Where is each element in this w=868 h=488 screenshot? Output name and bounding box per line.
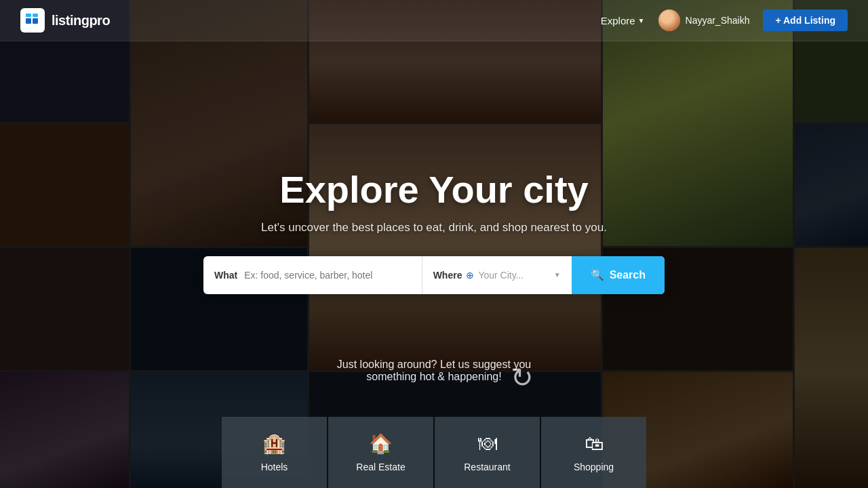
logo-icon (20, 8, 45, 33)
explore-button[interactable]: Explore ▼ (601, 15, 645, 26)
chevron-down-icon: ▼ (638, 17, 645, 24)
category-item-real-estate[interactable]: 🏠 Real Estate (328, 417, 433, 488)
add-listing-button[interactable]: + Add Listing (763, 9, 848, 31)
shopping-icon: 🛍 (585, 432, 604, 455)
restaurant-icon: 🍽 (478, 432, 497, 455)
search-icon: 🔍 (591, 268, 604, 281)
logo: listingpro (20, 8, 110, 33)
search-button-label: Search (610, 269, 646, 281)
suggest-line1: Just looking around? Let us suggest you (337, 359, 531, 370)
navbar: listingpro Explore ▼ Nayyar_Shaikh + Add… (0, 0, 868, 41)
logo-text: listingpro (52, 13, 110, 28)
hotels-icon: 🏨 (262, 432, 286, 455)
nav-right: Explore ▼ Nayyar_Shaikh + Add Listing (601, 9, 848, 31)
search-what-input[interactable] (244, 270, 410, 281)
real-estate-icon: 🏠 (369, 432, 393, 455)
avatar (658, 9, 680, 31)
category-item-restaurant[interactable]: 🍽 Restaurant (435, 417, 540, 488)
suggest-line2: something hot & happening! (337, 371, 531, 383)
avatar-image (658, 9, 680, 31)
search-bar: What Where ⊕ Your City... ▼ 🔍 Search (203, 256, 665, 294)
chevron-down-icon: ▼ (554, 271, 561, 279)
hero-content: Explore Your city Let's uncover the best… (0, 0, 868, 488)
where-city-value: Your City... (478, 270, 549, 281)
search-where-section[interactable]: Where ⊕ Your City... ▼ (422, 256, 572, 294)
restaurant-label: Restaurant (464, 462, 510, 472)
add-listing-label: + Add Listing (775, 15, 835, 26)
svg-rect-3 (33, 14, 38, 17)
suggest-text: Just looking around? Let us suggest you … (337, 359, 531, 383)
category-item-shopping[interactable]: 🛍 Shopping (541, 417, 646, 488)
explore-label: Explore (601, 15, 635, 26)
svg-rect-0 (26, 18, 31, 24)
search-button[interactable]: 🔍 Search (572, 256, 665, 294)
search-what-section: What (203, 256, 422, 294)
nav-divider (0, 41, 868, 41)
svg-rect-2 (26, 14, 31, 17)
shopping-label: Shopping (574, 462, 614, 472)
category-item-hotels[interactable]: 🏨 Hotels (222, 417, 327, 488)
user-name: Nayyar_Shaikh (686, 15, 750, 26)
svg-rect-1 (33, 18, 38, 24)
logo-svg (25, 13, 40, 28)
user-badge[interactable]: Nayyar_Shaikh (658, 9, 750, 31)
search-what-label: What (214, 270, 237, 281)
location-icon: ⊕ (466, 270, 474, 281)
category-bar: 🏨 Hotels 🏠 Real Estate 🍽 Restaurant 🛍 Sh… (222, 417, 646, 488)
hero-subtitle: Let's uncover the best places to eat, dr… (261, 221, 607, 235)
hero-title: Explore Your city (279, 167, 588, 211)
search-where-label: Where (433, 270, 462, 281)
real-estate-label: Real Estate (356, 462, 405, 472)
hotels-label: Hotels (261, 462, 288, 472)
swirl-arrow-icon: ↻ (511, 362, 534, 393)
